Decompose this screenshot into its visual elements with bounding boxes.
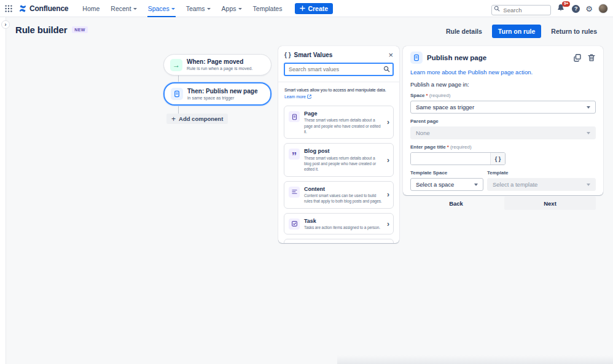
insert-smart-value-button[interactable]: { } <box>490 153 505 165</box>
space-select[interactable]: Same space as trigger <box>410 101 596 114</box>
duplicate-icon[interactable] <box>573 53 582 62</box>
nav-item-recent[interactable]: Recent <box>106 0 141 17</box>
sidebar-expand-button[interactable] <box>1 20 10 29</box>
action-card[interactable]: Then: Publish new page in same space as … <box>163 82 271 106</box>
nav-item-home[interactable]: Home <box>78 0 104 17</box>
page-title-field-label: Enter page title <box>410 144 446 150</box>
confluence-logo[interactable]: Confluence <box>18 4 68 13</box>
quote-icon <box>289 149 300 160</box>
search-icon <box>383 66 390 72</box>
page-title: Rule builder <box>15 25 67 35</box>
item-title: Page <box>304 110 383 117</box>
app-switcher-icon[interactable] <box>4 4 14 14</box>
smart-values-search-input[interactable] <box>284 63 394 76</box>
page-title-input[interactable] <box>411 153 490 165</box>
template-select[interactable]: Select a template <box>487 178 596 191</box>
trash-icon[interactable] <box>587 53 596 62</box>
parent-page-field-label: Parent page <box>410 118 439 124</box>
item-title: Blog post <box>304 147 383 155</box>
confluence-logo-icon <box>18 4 27 13</box>
parent-page-select[interactable]: None <box>410 126 596 139</box>
content-icon <box>289 187 300 198</box>
logo-text: Confluence <box>29 4 68 13</box>
chevron-right-icon[interactable] <box>387 191 389 198</box>
nav-item-spaces[interactable]: Spaces <box>144 0 179 17</box>
action-card-title: Then: Publish new page <box>187 87 257 95</box>
publish-new-page-panel: Publish new page Learn more about the Pu… <box>403 46 603 195</box>
chevron-down-icon <box>587 106 590 109</box>
item-description: These smart values return details about … <box>304 155 383 172</box>
chevron-down-icon <box>171 8 175 10</box>
required-asterisk: * <box>447 144 449 150</box>
nav-item-teams[interactable]: Teams <box>182 0 215 17</box>
required-hint: (required) <box>450 144 472 150</box>
back-button[interactable]: Back <box>410 196 502 210</box>
item-description: These smart values return details about … <box>304 117 383 134</box>
external-link-icon <box>307 95 311 99</box>
rule-details-button[interactable]: Rule details <box>442 25 486 37</box>
next-button[interactable]: Next <box>504 196 596 210</box>
notifications-badge: 9+ <box>562 1 570 7</box>
gear-icon[interactable] <box>585 5 593 13</box>
trigger-card-description: Rule is run when a page is moved. <box>187 66 252 71</box>
collapsed-sidebar <box>0 17 6 364</box>
braces-icon: { } <box>284 52 291 58</box>
page-icon <box>171 88 183 100</box>
smart-values-panel: { } Smart Values Smart values allow you … <box>278 46 399 243</box>
create-button[interactable]: Create <box>295 3 333 14</box>
task-icon <box>289 219 300 230</box>
help-icon[interactable] <box>572 5 580 13</box>
item-title: Content <box>304 185 383 193</box>
smart-values-title: Smart Values <box>294 52 386 58</box>
search-input[interactable] <box>491 5 551 15</box>
trigger-card-title: When: Page moved <box>187 58 252 66</box>
smart-values-intro: Smart values allow you to access and man… <box>284 88 386 92</box>
chevron-down-icon <box>474 184 478 186</box>
chevron-right-icon[interactable] <box>387 220 389 228</box>
global-search <box>491 4 551 14</box>
page-icon <box>410 52 423 64</box>
config-intro: Publish a new page in: <box>410 81 596 88</box>
smart-value-item-task[interactable]: Task Tasks are action items assigned to … <box>284 213 394 235</box>
chevron-down-icon <box>207 8 211 10</box>
plus-icon <box>300 6 305 11</box>
close-icon[interactable] <box>388 51 393 59</box>
action-card-description: in same space as trigger <box>187 95 257 101</box>
template-space-field-label: Template Space <box>410 170 447 176</box>
chevron-down-icon <box>238 8 242 10</box>
learn-more-action-link[interactable]: Learn more about the Publish new page ac… <box>410 69 596 76</box>
smart-value-item-page[interactable]: Page These smart values return details a… <box>284 106 394 139</box>
notifications-button[interactable]: 9+ <box>556 3 566 14</box>
required-asterisk: * <box>426 93 428 98</box>
smart-value-item-content[interactable]: Content Content smart values can be used… <box>284 181 394 209</box>
space-field-label: Space <box>410 93 425 98</box>
item-title: Task <box>304 217 383 225</box>
template-field-label: Template <box>487 170 509 176</box>
nav-item-apps[interactable]: Apps <box>217 0 246 17</box>
turn-on-rule-button[interactable]: Turn on rule <box>492 25 541 38</box>
avatar[interactable] <box>598 4 608 14</box>
required-hint: (required) <box>429 93 451 98</box>
smart-value-item-blog-post[interactable]: Blog post These smart values return deta… <box>284 143 394 176</box>
nav-item-templates[interactable]: Templates <box>249 0 287 17</box>
item-description: Tasks are action items assigned to a per… <box>304 225 383 230</box>
chevron-right-icon[interactable] <box>387 157 389 164</box>
new-badge: NEW <box>72 26 88 33</box>
chevron-down-icon <box>133 8 137 10</box>
item-description: Content smart values can be used to buil… <box>304 193 383 204</box>
chevron-down-icon <box>587 132 590 134</box>
learn-more-link[interactable]: Learn more <box>284 94 311 101</box>
config-panel-title: Publish new page <box>427 54 569 61</box>
smart-value-item-space[interactable]: Space These smart values return details … <box>284 239 394 243</box>
trigger-card[interactable]: When: Page moved Rule is run when a page… <box>163 54 271 76</box>
chevron-right-icon[interactable] <box>387 118 389 126</box>
return-to-rules-button[interactable]: Return to rules <box>547 25 601 37</box>
bottom-shadow <box>337 355 613 364</box>
plus-icon <box>171 115 176 123</box>
template-space-select[interactable]: Select a space <box>410 178 483 191</box>
add-component-button[interactable]: Add component <box>166 114 228 124</box>
arrow-right-icon <box>170 59 182 71</box>
chevron-down-icon <box>587 184 590 186</box>
search-icon <box>494 6 500 12</box>
top-navigation-bar: Confluence Home Recent Spaces Teams Apps… <box>0 0 613 17</box>
